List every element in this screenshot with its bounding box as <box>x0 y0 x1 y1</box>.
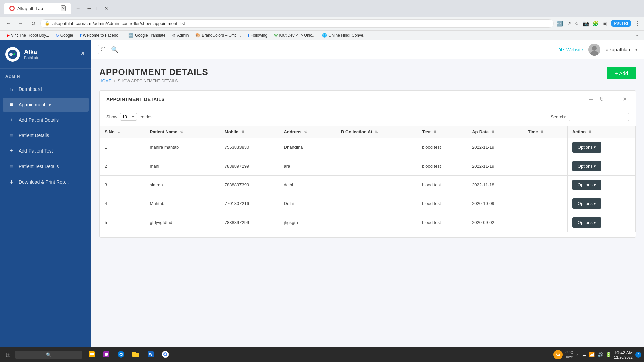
cell-action: Options ▾ <box>567 138 635 157</box>
sidebar-item-add-patient[interactable]: + Add Patient Details <box>3 113 89 127</box>
header-search-button[interactable]: 🔍 <box>111 46 118 53</box>
menu-button[interactable]: ⋮ <box>635 20 640 27</box>
taskbar-folder-button[interactable] <box>129 349 143 361</box>
new-tab-button[interactable]: + <box>74 4 83 13</box>
cell-sno: 2 <box>100 157 145 176</box>
top-header: ⛶ 🔍 👁 Website alkapathlab ▾ <box>91 40 644 59</box>
sidebar-item-appointment-list[interactable]: ≡ Appointment List <box>3 98 89 112</box>
sidebar-item-patient-test-details[interactable]: ≡ Patient Test Details <box>3 159 89 173</box>
col-mobile: Mobile ⇅ <box>220 126 279 138</box>
sidebar-item-dashboard[interactable]: ⌂ Dashboard <box>3 82 89 96</box>
sno-sort-icon: ▲ <box>117 130 121 134</box>
translate-button[interactable]: 🔤 <box>556 20 563 27</box>
bookmark-vir[interactable]: ▶ Vir : The Robot Boy... <box>4 32 52 39</box>
website-link[interactable]: 👁 Website <box>559 47 583 53</box>
bcollection-sort-icon: ⇅ <box>375 130 378 134</box>
bookmark-more[interactable]: » <box>634 32 640 39</box>
reload-button[interactable]: ↻ <box>28 19 38 28</box>
start-button[interactable]: ⊞ <box>3 349 14 360</box>
cell-action: Options ▾ <box>567 213 635 232</box>
cloud-icon: ☁ <box>582 352 586 357</box>
time-sort-icon: ⇅ <box>540 130 543 134</box>
search-input[interactable] <box>569 113 629 121</box>
cell-bcollection <box>336 176 417 194</box>
address-bar[interactable]: 🔒 alkapathlab.com/crm/admin/Admin_contro… <box>40 19 554 28</box>
clock-date: 11/20/2022 <box>614 355 633 359</box>
logo-subtext: PathLab <box>24 56 38 60</box>
sidebar-item-download-print[interactable]: ⬇ Download & Print Rep... <box>3 175 89 189</box>
cell-patient-name: mahira mahtab <box>145 138 220 157</box>
taskbar-right: 🌤 24°C Haze ∧ ☁ 📶 🔊 🔋 10:42 AM 11/20/202… <box>553 350 641 359</box>
share-button[interactable]: ↗ <box>567 20 571 27</box>
options-button-3[interactable]: Options ▾ <box>572 180 601 190</box>
page-title-section: APPOINTMENT DETAILS HOME / SHOW APPOINTM… <box>99 67 636 83</box>
bookmark-google[interactable]: G Google <box>53 32 76 39</box>
right-panel: ⛶ 🔍 👁 Website alkapathlab ▾ <box>91 40 644 362</box>
minimize-card-button[interactable]: ─ <box>587 96 595 103</box>
bookmark-following[interactable]: f Following <box>245 32 270 39</box>
expand-button[interactable]: ⛶ <box>98 45 108 54</box>
weather-info: 24°C Haze <box>564 350 573 359</box>
browser-tab[interactable]: Alkapath Lab ✕ <box>4 3 71 14</box>
bookmark-google-icon: G <box>56 33 59 38</box>
bookmark-google-label: Google <box>60 33 73 38</box>
options-button-4[interactable]: Options ▾ <box>572 198 601 209</box>
col-sno: S.No ▲ <box>100 126 145 138</box>
add-button[interactable]: + Add <box>607 67 636 79</box>
header-right: 👁 Website alkapathlab ▾ <box>559 44 637 56</box>
paused-button[interactable]: Paused <box>611 20 631 27</box>
expand-card-button[interactable]: ⛶ <box>608 96 618 103</box>
eye-icon: 👁 <box>559 47 564 53</box>
svg-text:W: W <box>149 353 152 356</box>
bookmark-hindi[interactable]: 🌐 Online Hindi Conve... <box>319 32 369 39</box>
taskbar-search-button[interactable]: 🔍 <box>15 351 82 359</box>
bookmark-admin[interactable]: ⚙ Admin <box>169 32 191 39</box>
download-icon: ⬇ <box>8 179 15 185</box>
bookmark-brandcolors-label: BrandColors – Offici... <box>202 33 241 38</box>
forward-button[interactable]: → <box>16 19 25 28</box>
chevron-up-icon[interactable]: ∧ <box>576 352 579 357</box>
bookmark-translate-label: Google Translate <box>135 33 165 38</box>
word-icon: W <box>147 350 155 358</box>
search-label: Search: <box>551 114 566 119</box>
close-card-button[interactable]: ✕ <box>621 95 629 103</box>
bookmark-krutidev[interactable]: W KrutiDev <=> Unic... <box>271 32 318 39</box>
sidebar-item-add-patient-test[interactable]: + Add Patient Test <box>3 144 89 158</box>
cell-patient-name: gfdyvgfdfhd <box>145 213 220 232</box>
taskbar-chrome-button[interactable] <box>159 349 172 361</box>
minimize-button[interactable]: ─ <box>86 5 93 12</box>
options-button-5[interactable]: Options ▾ <box>572 217 601 228</box>
taskbar: ⊞ 🔍 W 🌤 24°C Haze ∧ ☁ <box>0 347 644 362</box>
taskbar-files-button[interactable] <box>85 349 98 361</box>
refresh-card-button[interactable]: ↻ <box>597 95 606 103</box>
address-sort-icon: ⇅ <box>304 130 307 134</box>
entries-select[interactable]: 10 25 50 100 <box>120 113 137 121</box>
cell-sno: 4 <box>100 194 145 213</box>
options-button-2[interactable]: Options ▾ <box>572 161 601 171</box>
cell-test: blood test <box>417 213 467 232</box>
battery-icon: 🔋 <box>606 352 611 357</box>
extensions-button[interactable]: 🧩 <box>592 20 599 27</box>
notification-badge[interactable]: 2 <box>635 352 641 358</box>
breadcrumb-home[interactable]: HOME <box>99 79 111 83</box>
user-dropdown-button[interactable]: ▾ <box>635 47 637 52</box>
sidebar-button[interactable]: ▣ <box>602 20 607 27</box>
bookmark-brandcolors[interactable]: 🎨 BrandColors – Offici... <box>193 32 244 39</box>
close-window-button[interactable]: ✕ <box>102 5 110 12</box>
taskbar-edge-button[interactable] <box>114 349 128 361</box>
sidebar-toggle-button[interactable]: 👁 <box>80 51 86 57</box>
screenshot-button[interactable]: 📷 <box>582 20 589 27</box>
show-entries-control: Show 10 25 50 100 entries <box>106 113 153 121</box>
back-button[interactable]: ← <box>4 19 13 28</box>
bookmark-button[interactable]: ☆ <box>574 20 579 27</box>
taskbar-word-button[interactable]: W <box>144 349 157 361</box>
maximize-button[interactable]: □ <box>94 5 101 12</box>
bookmark-translate[interactable]: 🔤 Google Translate <box>126 32 168 39</box>
options-button-1[interactable]: Options ▾ <box>572 142 601 153</box>
sidebar-item-patient-details[interactable]: ≡ Patient Details <box>3 128 89 142</box>
weather-temp: 24°C <box>564 350 573 355</box>
bookmark-facebook[interactable]: f Welcome to Facebo... <box>77 32 124 39</box>
action-sort-icon: ⇅ <box>588 130 591 134</box>
taskbar-purple-button[interactable] <box>100 349 113 361</box>
tab-close-button[interactable]: ✕ <box>61 5 66 11</box>
